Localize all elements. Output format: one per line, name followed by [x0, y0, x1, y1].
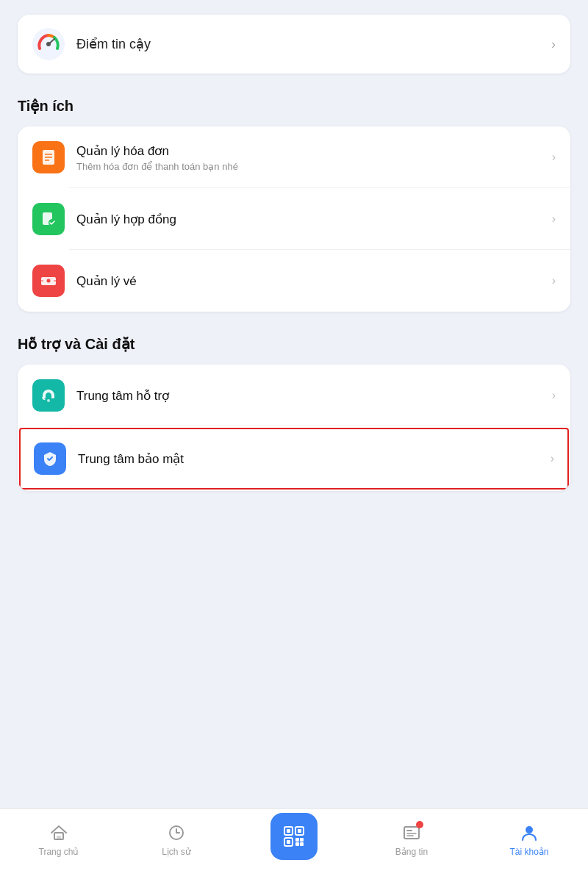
svg-rect-22	[298, 829, 301, 833]
nav-trang-chu[interactable]: Trang chủ	[29, 822, 88, 857]
ho-tro-group: Trung tâm hỗ trợ › Trung tâm bảo mật ›	[18, 365, 570, 491]
trust-score-icon	[32, 28, 65, 60]
bottom-nav: Trang chủ Lịch sử	[0, 808, 588, 882]
svg-rect-28	[300, 842, 304, 846]
svg-point-2	[46, 42, 51, 46]
ve-title: Quản lý vé	[76, 273, 137, 289]
ho-tro-chevron: ›	[552, 389, 556, 402]
hop-dong-title: Quản lý hợp đồng	[76, 212, 176, 227]
nav-qr[interactable]	[265, 813, 323, 867]
news-icon	[401, 822, 422, 843]
svg-point-10	[47, 279, 51, 283]
svg-rect-15	[57, 836, 61, 839]
svg-rect-20	[287, 829, 290, 833]
tai-khoan-label: Tài khoản	[509, 847, 548, 857]
hop-dong-icon	[32, 203, 65, 235]
tien-ich-header: Tiện ích	[18, 97, 570, 115]
account-icon	[519, 822, 539, 843]
ve-icon	[32, 265, 65, 297]
svg-rect-26	[300, 838, 304, 842]
bang-tin-label: Bảng tin	[395, 847, 428, 857]
tien-ich-group: Quản lý hóa đơn Thêm hóa đơn để thanh to…	[18, 126, 570, 312]
menu-item-hoa-don[interactable]: Quản lý hóa đơn Thêm hóa đơn để thanh to…	[18, 126, 570, 188]
ho-tro-header: Hỗ trợ và Cài đặt	[18, 335, 570, 353]
qr-button[interactable]	[270, 813, 318, 860]
trust-score-label: Điểm tin cậy	[76, 36, 151, 52]
ve-chevron: ›	[552, 274, 556, 287]
home-icon	[49, 822, 69, 843]
menu-item-ho-tro[interactable]: Trung tâm hỗ trợ ›	[18, 365, 570, 426]
svg-point-13	[47, 399, 50, 402]
svg-rect-27	[295, 842, 299, 846]
nav-tai-khoan[interactable]: Tài khoản	[500, 822, 559, 857]
nav-bang-tin[interactable]: Bảng tin	[382, 822, 441, 857]
svg-point-33	[526, 826, 533, 833]
trust-score-card[interactable]: Điểm tin cậy ›	[18, 15, 570, 74]
trust-score-chevron: ›	[551, 37, 556, 52]
bao-mat-title: Trung tâm bảo mật	[78, 451, 184, 467]
history-icon	[166, 822, 187, 843]
badge-dot	[416, 821, 423, 828]
hoa-don-chevron: ›	[552, 151, 556, 164]
menu-item-ve[interactable]: Quản lý vé ›	[18, 250, 570, 312]
trust-card-left: Điểm tin cậy	[32, 28, 151, 60]
trang-chu-label: Trang chủ	[39, 847, 79, 857]
ho-tro-title: Trung tâm hỗ trợ	[76, 388, 169, 404]
svg-rect-25	[295, 838, 299, 842]
ho-tro-icon	[32, 379, 65, 412]
nav-lich-su[interactable]: Lịch sử	[147, 822, 206, 857]
svg-rect-24	[287, 840, 290, 844]
bao-mat-chevron: ›	[551, 452, 554, 465]
hoa-don-icon	[32, 141, 65, 173]
hop-dong-chevron: ›	[552, 212, 556, 226]
menu-item-hop-dong[interactable]: Quản lý hợp đồng ›	[18, 188, 570, 250]
main-content: Điểm tin cậy › Tiện ích Quản lý hóa đơn	[0, 0, 588, 617]
hoa-don-subtitle: Thêm hóa đơn để thanh toán bạn nhé	[76, 161, 238, 172]
svg-rect-29	[404, 827, 419, 839]
lich-su-label: Lịch sử	[162, 847, 191, 857]
bao-mat-icon	[34, 442, 66, 475]
menu-item-bao-mat[interactable]: Trung tâm bảo mật ›	[19, 428, 569, 490]
hoa-don-title: Quản lý hóa đơn	[76, 143, 238, 159]
